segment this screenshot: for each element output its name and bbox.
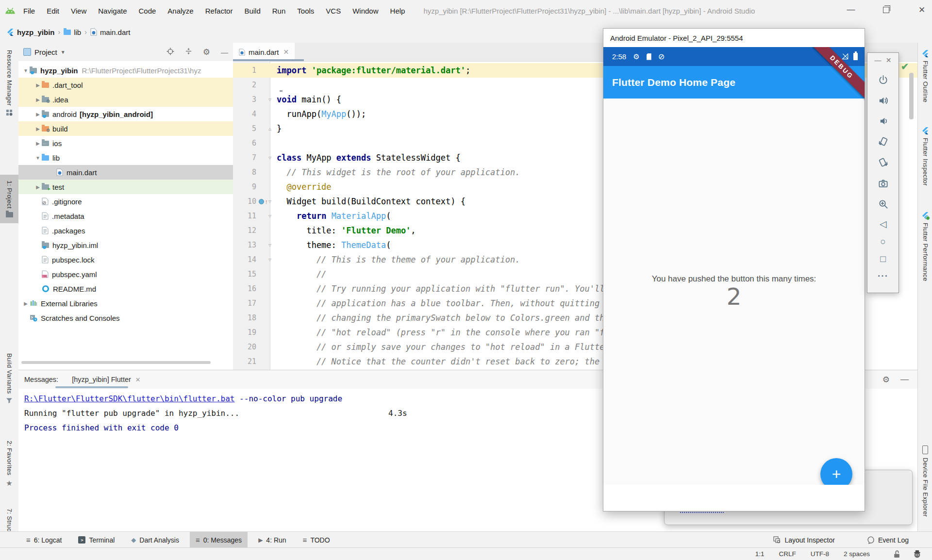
tool-button-Layout-Inspector[interactable]: Layout Inspector xyxy=(767,532,841,548)
tool-button-TODO[interactable]: ≡TODO xyxy=(297,532,336,548)
sidebar-item-7-structure[interactable]: 7: Structure xyxy=(0,509,18,531)
tool-button-0-Messages[interactable]: ≡0: Messages xyxy=(190,532,248,548)
breadcrumb-item-lib[interactable]: lib xyxy=(64,28,81,36)
emulator-power-button[interactable] xyxy=(878,74,889,87)
unlock-icon[interactable] xyxy=(893,550,900,558)
tree-right-arrow-icon[interactable]: ▶ xyxy=(22,301,30,306)
increment-fab-button[interactable]: + xyxy=(820,458,852,485)
status-item-1-1[interactable]: 1:1 xyxy=(755,550,765,558)
tree-item-build[interactable]: ▶build xyxy=(18,121,233,136)
emulator-overview-outline-button[interactable]: □ xyxy=(880,254,885,264)
fold-marker-icon[interactable]: ▿ xyxy=(268,96,271,103)
status-item-UTF-8[interactable]: UTF-8 xyxy=(811,550,829,558)
emulator-home-outline-button[interactable]: ○ xyxy=(880,237,885,247)
fold-marker-icon[interactable]: ▿ xyxy=(268,256,271,263)
emulator-screen[interactable]: DEBUG 2:58 ⚙ ⊘ Flutter Demo Home Page Yo… xyxy=(603,47,865,485)
tree-right-arrow-icon[interactable]: ▶ xyxy=(34,97,42,102)
locate-button[interactable] xyxy=(166,48,174,57)
breadcrumb-item-main-dart[interactable]: main.dart xyxy=(90,28,131,36)
tool-button-Terminal[interactable]: >Terminal xyxy=(72,532,120,548)
minimize-panel-icon[interactable]: — xyxy=(900,375,909,384)
tree-right-arrow-icon[interactable]: ▶ xyxy=(34,82,42,88)
emulator-rotate-right-button[interactable] xyxy=(878,157,889,170)
menu-item-analyze[interactable]: Analyze xyxy=(162,7,199,15)
tree-item-README-md[interactable]: README.md xyxy=(18,281,233,296)
tree-right-arrow-icon[interactable]: ▶ xyxy=(34,184,42,190)
emulator-close-icon[interactable]: ✕ xyxy=(886,56,892,64)
tab-main-dart[interactable]: main.dart ✕ xyxy=(233,43,295,61)
tree-item--packages[interactable]: .packages xyxy=(18,223,233,238)
emulator-screenshot-button[interactable] xyxy=(878,178,889,191)
tree-item-hyzp_yibin-iml[interactable]: hyzp_yibin.iml xyxy=(18,238,233,252)
settings-gear-icon[interactable]: ⚙ xyxy=(882,375,890,385)
menu-item-build[interactable]: Build xyxy=(238,7,266,15)
ide-errors-icon[interactable] xyxy=(913,550,921,558)
project-panel-title[interactable]: Project xyxy=(34,48,57,56)
menu-item-run[interactable]: Run xyxy=(266,7,292,15)
menu-item-vcs[interactable]: VCS xyxy=(320,7,347,15)
breadcrumb-item-hyzp_yibin[interactable]: hyzp_yibin xyxy=(7,28,55,36)
tree-item--dart_tool[interactable]: ▶.dart_tool xyxy=(18,78,233,92)
status-item-2-spaces[interactable]: 2 spaces xyxy=(844,550,870,558)
menu-item-code[interactable]: Code xyxy=(133,7,162,15)
tree-item-ios[interactable]: ▶ios xyxy=(18,136,233,150)
tree-item-lib[interactable]: ▼lib xyxy=(18,150,233,165)
chevron-down-icon[interactable]: ▼ xyxy=(61,49,66,55)
hide-button[interactable]: — xyxy=(221,48,228,56)
sidebar-item-device-file-explorer[interactable]: Device File Explorer xyxy=(918,445,932,517)
editor-scrollbar[interactable] xyxy=(909,73,914,119)
menu-item-help[interactable]: Help xyxy=(384,7,411,15)
sidebar-item-flutter-inspector[interactable]: Flutter Inspector xyxy=(918,127,932,186)
menu-item-window[interactable]: Window xyxy=(347,7,384,15)
tree-down-arrow-icon[interactable]: ▼ xyxy=(34,155,42,161)
menu-item-navigate[interactable]: Navigate xyxy=(92,7,133,15)
sidebar-item-flutter-outline[interactable]: Flutter Outline xyxy=(918,50,932,102)
tab-close-icon[interactable]: ✕ xyxy=(135,376,141,383)
tab-close-icon[interactable]: ✕ xyxy=(283,48,289,56)
menu-item-refactor[interactable]: Refactor xyxy=(200,7,239,15)
tree-right-arrow-icon[interactable]: ▶ xyxy=(34,112,42,117)
tool-button-4-Run[interactable]: ▶4: Run xyxy=(252,532,292,548)
fold-marker-icon[interactable]: ▵ xyxy=(268,125,271,132)
tree-item-main-dart[interactable]: main.dart xyxy=(18,165,233,180)
window-close-button[interactable]: ✕ xyxy=(915,3,928,16)
fold-marker-icon[interactable]: ▿ xyxy=(268,154,271,161)
emulator-rotate-left-button[interactable] xyxy=(878,136,889,149)
tree-right-arrow-icon[interactable]: ▶ xyxy=(34,126,42,132)
tree-item--metadata[interactable]: .metadata xyxy=(18,209,233,223)
sidebar-item-2-favorites[interactable]: 2: Favorites★ xyxy=(0,441,18,488)
window-maximize-button[interactable] xyxy=(880,3,892,16)
emulator-volume-down-button[interactable] xyxy=(878,115,889,129)
window-minimize-button[interactable]: — xyxy=(845,3,857,16)
tree-item-test[interactable]: ▶test xyxy=(18,180,233,194)
status-item-CRLF[interactable]: CRLF xyxy=(779,550,796,558)
override-marker-icon[interactable] xyxy=(259,199,264,204)
sidebar-item-build-variants[interactable]: Build Variants xyxy=(0,353,18,404)
menu-item-file[interactable]: File xyxy=(17,7,41,15)
console-link[interactable]: R:\Flutter\FlutterSDK\flutter\bin\flutte… xyxy=(24,394,234,403)
sidebar-item-resource-manager[interactable]: Resource Manager xyxy=(0,50,18,116)
emulator-title-bar[interactable]: Android Emulator - Pixel_2_API_29:5554 xyxy=(603,29,865,47)
tree-item--idea[interactable]: ▶.idea xyxy=(18,92,233,107)
tree-item-pubspec-lock[interactable]: pubspec.lock xyxy=(18,252,233,267)
tree-down-arrow-icon[interactable]: ▼ xyxy=(22,68,30,73)
menu-item-edit[interactable]: Edit xyxy=(41,7,65,15)
tree-item-Scratches-and-Consoles[interactable]: Scratches and Consoles xyxy=(18,311,233,325)
tree-item--gitignore[interactable]: .gitignore xyxy=(18,194,233,209)
emulator-volume-up-button[interactable] xyxy=(878,95,889,108)
fold-marker-icon[interactable]: ▿ xyxy=(268,213,271,219)
tree-right-arrow-icon[interactable]: ▶ xyxy=(34,141,42,146)
fold-marker-icon[interactable]: ▿ xyxy=(268,242,271,248)
tree-item-pubspec-yaml[interactable]: YMLpubspec.yaml xyxy=(18,267,233,281)
emulator-zoom-button[interactable] xyxy=(878,198,889,212)
tool-button-Dart-Analysis[interactable]: ◆Dart Analysis xyxy=(125,532,185,548)
tool-button-Event-Log[interactable]: Event Log xyxy=(861,532,915,548)
sidebar-item-flutter-performance[interactable]: Flutter Performance xyxy=(918,212,932,281)
tree-item-External-Libraries[interactable]: ▶External Libraries xyxy=(18,296,233,311)
menu-item-tools[interactable]: Tools xyxy=(291,7,320,15)
fold-marker-icon[interactable]: ▿ xyxy=(268,198,271,205)
horizontal-scrollbar[interactable] xyxy=(21,361,211,364)
messages-tab-flutter[interactable]: [hyzp_yibin] Flutter ✕ xyxy=(72,376,141,383)
emulator-back-outline-button[interactable]: ◁ xyxy=(880,219,887,229)
menu-item-view[interactable]: View xyxy=(65,7,92,15)
